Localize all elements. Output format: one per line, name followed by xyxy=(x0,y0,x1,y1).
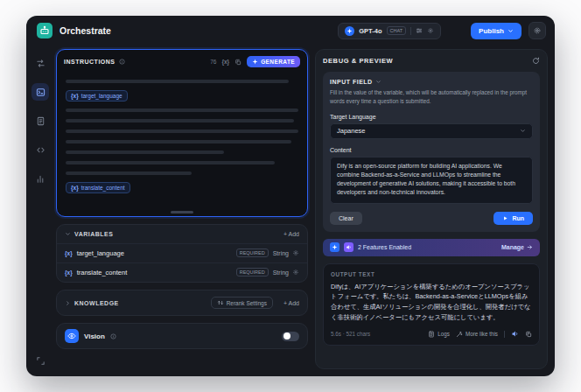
rerank-label: Rerank Settings xyxy=(227,300,267,306)
divider xyxy=(410,27,411,35)
variable-settings-icon[interactable] xyxy=(292,249,299,256)
manage-features-button[interactable]: Manage xyxy=(501,244,533,250)
input-field-panel: INPUT FIELD Fill in the value of the var… xyxy=(323,72,540,232)
logs-button[interactable]: Logs xyxy=(428,331,450,338)
instructions-title: INSTRUCTIONS xyxy=(64,59,116,65)
refresh-icon[interactable] xyxy=(532,57,540,65)
speaker-icon[interactable] xyxy=(511,330,519,338)
output-title: OUTPUT TEXT xyxy=(331,271,532,277)
variable-icon[interactable]: {x} xyxy=(221,59,229,65)
arrow-right-icon xyxy=(527,244,533,250)
instructions-toolbar: 76 {x} GENERATE xyxy=(210,56,300,67)
chevron-down-icon xyxy=(65,231,71,237)
orchestrate-column: INSTRUCTIONS 76 {x} GENERATE xyxy=(56,49,308,349)
skeleton-line xyxy=(66,150,224,154)
model-selector[interactable]: GPT-4o CHAT xyxy=(338,23,441,39)
model-provider-icon xyxy=(345,26,354,36)
generate-button[interactable]: GENERATE xyxy=(247,56,300,67)
knowledge-panel: KNOWLEDGE Rerank Settings + Add xyxy=(56,290,308,316)
api-code-icon[interactable] xyxy=(32,141,49,158)
variables-title: VARIABLES xyxy=(74,231,113,237)
output-stats: 5.6s · 521 chars xyxy=(331,331,370,337)
model-settings-gear-icon[interactable] xyxy=(427,27,434,34)
more-like-this-button[interactable]: More like this xyxy=(456,331,498,338)
variable-row[interactable]: {x} translate_content REQUIRED String xyxy=(57,262,307,282)
info-icon xyxy=(119,59,125,65)
add-variable-button[interactable]: + Add xyxy=(284,231,299,237)
rerank-icon xyxy=(217,299,224,306)
vision-toggle[interactable] xyxy=(282,332,299,341)
skeleton-line xyxy=(66,161,275,164)
wand-icon xyxy=(456,331,463,338)
debug-title: DEBUG & PREVIEW xyxy=(323,57,393,65)
document-icon[interactable] xyxy=(32,112,49,130)
debug-preview-column: DEBUG & PREVIEW INPUT FIELD Fill in the … xyxy=(315,49,548,369)
variables-header[interactable]: VARIABLES + Add xyxy=(57,225,307,243)
play-icon xyxy=(502,215,508,221)
target-language-select[interactable]: Japanese xyxy=(330,123,533,139)
model-name: GPT-4o xyxy=(359,27,382,35)
variable-icon: {x} xyxy=(71,93,79,99)
skeleton-line xyxy=(66,172,192,175)
instructions-panel[interactable]: INSTRUCTIONS 76 {x} GENERATE xyxy=(56,49,308,217)
chevron-right-icon xyxy=(65,300,71,306)
publish-button[interactable]: Publish xyxy=(471,23,522,39)
more-like-this-label: More like this xyxy=(466,331,498,337)
variable-name: target_language xyxy=(77,249,124,257)
knowledge-title: KNOWLEDGE xyxy=(74,300,119,306)
extensions-button[interactable] xyxy=(528,22,546,39)
publish-label: Publish xyxy=(479,27,504,35)
gear-icon xyxy=(533,26,542,35)
exchange-icon[interactable] xyxy=(32,54,49,72)
variable-token-label: target_language xyxy=(81,93,122,99)
chevron-down-icon xyxy=(375,79,382,85)
manage-label: Manage xyxy=(501,244,524,250)
input-field-description: Fill in the value of the variable, which… xyxy=(330,88,533,106)
output-text: Difyは、AIアプリケーションを構築するためのオープンソースプラットフォームで… xyxy=(331,282,532,323)
variable-token[interactable]: {x}target_language xyxy=(66,90,128,102)
model-params-sliders-icon[interactable] xyxy=(416,27,423,34)
resize-handle[interactable] xyxy=(171,211,193,214)
variable-icon: {x} xyxy=(65,270,73,276)
skeleton-line xyxy=(66,130,298,133)
skeleton-line xyxy=(66,108,298,112)
required-badge: REQUIRED xyxy=(236,248,269,257)
side-nav xyxy=(26,46,54,376)
run-label: Run xyxy=(512,215,524,221)
expand-panel-icon[interactable] xyxy=(32,352,49,369)
rerank-settings-button[interactable]: Rerank Settings xyxy=(211,297,273,309)
divider xyxy=(504,331,505,338)
input-field-header[interactable]: INPUT FIELD xyxy=(330,79,533,85)
add-knowledge-button[interactable]: + Add xyxy=(284,300,299,306)
orchestrate-icon[interactable] xyxy=(32,83,49,101)
input-field-title: INPUT FIELD xyxy=(330,79,373,85)
top-bar-actions: GPT-4o CHAT Publish xyxy=(338,22,546,39)
variable-token-label: translate_content xyxy=(81,185,125,191)
copy-output-icon[interactable] xyxy=(525,331,532,338)
page-background: Orchestrate GPT-4o CHAT Publish xyxy=(0,0,581,392)
logs-icon xyxy=(428,331,435,338)
prompt-editor[interactable]: {x}target_language {x}translate_content xyxy=(57,71,307,216)
vision-title: Vision xyxy=(84,332,105,340)
variable-row[interactable]: {x} target_language REQUIRED String xyxy=(57,243,307,262)
vision-eye-icon xyxy=(65,329,79,343)
info-icon xyxy=(110,333,116,340)
run-button[interactable]: Run xyxy=(494,212,533,225)
required-badge: REQUIRED xyxy=(236,268,269,276)
features-bar: 2 Features Enabled Manage xyxy=(323,239,540,256)
content-textarea[interactable]: Dify is an open-source platform for buil… xyxy=(330,157,533,204)
logs-chart-icon[interactable] xyxy=(32,170,49,187)
vision-panel: Vision xyxy=(56,323,308,349)
variable-token[interactable]: {x}translate_content xyxy=(66,182,130,193)
chevron-down-icon xyxy=(508,28,514,34)
instructions-header: INSTRUCTIONS 76 {x} GENERATE xyxy=(57,50,307,71)
clear-button[interactable]: Clear xyxy=(330,212,362,225)
variable-settings-icon[interactable] xyxy=(292,269,299,276)
knowledge-header[interactable]: KNOWLEDGE Rerank Settings + Add xyxy=(57,290,307,315)
feature-1-icon xyxy=(330,242,340,252)
variable-icon: {x} xyxy=(71,185,79,191)
sparkle-icon xyxy=(252,59,258,65)
debug-header: DEBUG & PREVIEW xyxy=(323,57,540,65)
copy-icon[interactable] xyxy=(234,59,242,66)
skeleton-line xyxy=(66,119,294,122)
